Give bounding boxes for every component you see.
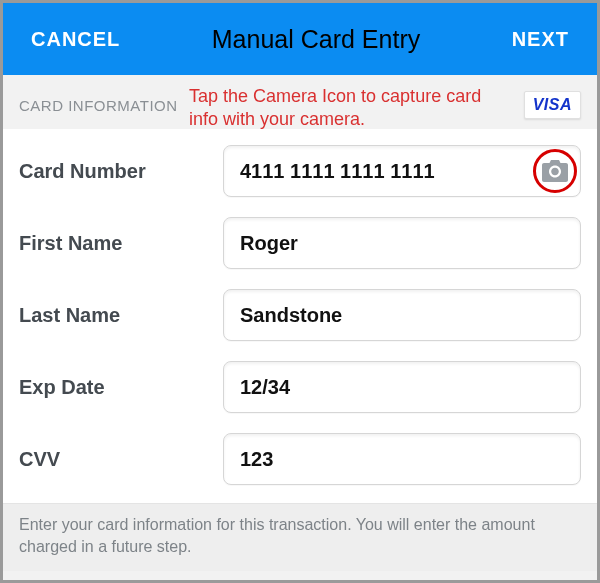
card-brand-badge: VISA	[524, 91, 581, 119]
field-row-exp-date: Exp Date	[19, 351, 581, 423]
card-number-input[interactable]	[223, 145, 581, 197]
first-name-input[interactable]	[223, 217, 581, 269]
exp-date-label: Exp Date	[19, 376, 205, 399]
fields-container: Card Number First Name Last Name	[3, 129, 597, 503]
camera-hint-text: Tap the Camera Icon to capture card info…	[189, 85, 509, 132]
section-header: CARD INFORMATION Tap the Camera Icon to …	[3, 75, 597, 129]
footer-help-text: Enter your card information for this tra…	[3, 503, 597, 571]
field-row-last-name: Last Name	[19, 279, 581, 351]
cvv-input[interactable]	[223, 433, 581, 485]
field-row-cvv: CVV	[19, 423, 581, 495]
last-name-label: Last Name	[19, 304, 205, 327]
last-name-input[interactable]	[223, 289, 581, 341]
page-title: Manual Card Entry	[212, 25, 420, 54]
field-row-card-number: Card Number	[19, 135, 581, 207]
card-number-input-wrap	[223, 145, 581, 197]
section-label: CARD INFORMATION	[19, 97, 178, 114]
cancel-button[interactable]: CANCEL	[31, 28, 120, 51]
app-frame: CANCEL Manual Card Entry NEXT CARD INFOR…	[0, 0, 600, 583]
exp-date-input[interactable]	[223, 361, 581, 413]
first-name-label: First Name	[19, 232, 205, 255]
scan-card-button[interactable]	[533, 149, 577, 193]
header-bar: CANCEL Manual Card Entry NEXT	[3, 3, 597, 75]
field-row-first-name: First Name	[19, 207, 581, 279]
cvv-label: CVV	[19, 448, 205, 471]
card-number-label: Card Number	[19, 160, 205, 183]
camera-icon	[542, 160, 568, 182]
next-button[interactable]: NEXT	[512, 28, 569, 51]
